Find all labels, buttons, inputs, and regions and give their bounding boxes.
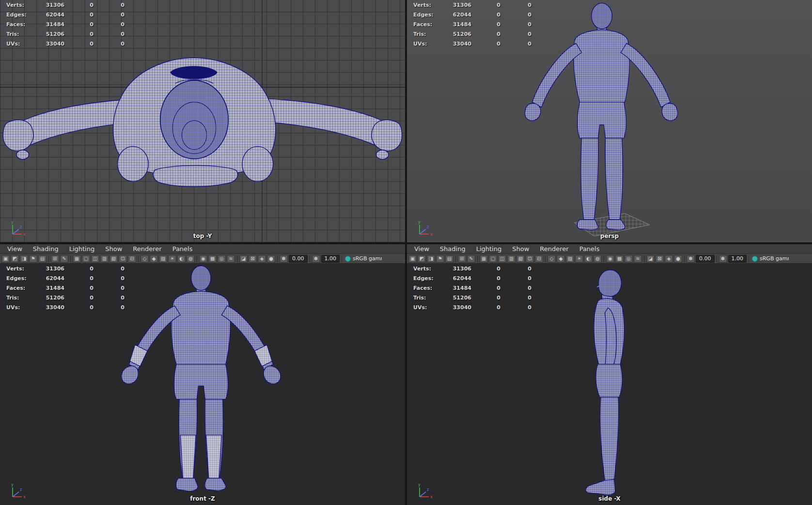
axis-z-label: z [427, 225, 429, 229]
axis-y-label: y [418, 483, 421, 487]
resolution-gate-icon[interactable]: ◫ [91, 255, 99, 263]
stat-value: 62044 [41, 275, 64, 282]
lock-camera-icon[interactable]: ◩ [418, 255, 426, 263]
menu-show[interactable]: Show [507, 244, 534, 253]
safe-action-icon[interactable]: ⊡ [119, 255, 127, 263]
motion-blur-icon[interactable]: ◉ [606, 255, 614, 263]
grid-icon[interactable]: ▦ [480, 255, 488, 263]
stat-col2: 0 [471, 285, 500, 291]
menu-renderer[interactable]: Renderer [534, 244, 574, 253]
menu-lighting[interactable]: Lighting [471, 244, 507, 253]
menu-panels[interactable]: Panels [167, 244, 198, 253]
xray-icon[interactable]: ⊠ [249, 255, 257, 263]
wireframe-icon[interactable]: ◇ [547, 255, 556, 263]
toolbar-separator [749, 255, 749, 262]
stat-value: 51206 [41, 31, 64, 37]
stat-col2: 0 [471, 31, 500, 37]
film-gate-icon[interactable]: ▢ [489, 255, 497, 263]
hardware-fog-icon[interactable]: ≋ [634, 255, 642, 263]
stat-col3: 0 [94, 31, 125, 37]
shadows-icon[interactable]: ◐ [584, 255, 593, 263]
stat-value: 62044 [448, 275, 471, 282]
use-all-lights-icon[interactable]: ☀ [575, 255, 583, 263]
stat-col2: 0 [64, 266, 94, 272]
gate-mask-icon[interactable]: ▥ [100, 255, 109, 263]
textured-icon[interactable]: ▨ [566, 255, 574, 263]
gamma-icon[interactable]: ✽ [312, 255, 320, 263]
select-camera-icon[interactable]: ▣ [1, 255, 10, 263]
stat-col3: 0 [94, 285, 125, 291]
bookmark-icon[interactable]: ⚑ [436, 255, 444, 263]
grease-pencil-icon[interactable]: ✎ [60, 255, 68, 263]
exposure-field[interactable]: 0.00 [289, 255, 308, 263]
wireframe-icon[interactable]: ◇ [141, 255, 149, 263]
shadows-icon[interactable]: ◐ [177, 255, 186, 263]
view-transform-select[interactable]: sRGB gamm [751, 255, 789, 263]
gamma-icon[interactable]: ✽ [719, 255, 727, 263]
shaded-icon[interactable]: ◆ [150, 255, 158, 263]
wireframe-on-shaded-icon[interactable]: ◈ [258, 255, 266, 263]
safe-title-icon[interactable]: ⊟ [128, 255, 136, 263]
screen-space-ao-icon[interactable]: ◍ [593, 255, 602, 263]
textured-icon[interactable]: ▨ [159, 255, 167, 263]
motion-blur-icon[interactable]: ◉ [199, 255, 207, 263]
menu-shading[interactable]: Shading [28, 244, 64, 253]
menu-lighting[interactable]: Lighting [64, 244, 100, 253]
screen-space-ao-icon[interactable]: ◍ [187, 255, 195, 263]
wireframe-on-shaded-icon[interactable]: ◈ [665, 255, 673, 263]
menu-view[interactable]: View [2, 244, 28, 253]
toolbar-separator [138, 255, 139, 262]
image-plane-icon[interactable]: ▤ [38, 255, 47, 263]
default-material-icon[interactable]: ● [267, 255, 275, 263]
menu-shading[interactable]: Shading [435, 244, 471, 253]
gamma-field[interactable]: 1.00 [321, 255, 340, 263]
gamma-field[interactable]: 1.00 [728, 255, 747, 263]
menu-show[interactable]: Show [100, 244, 127, 253]
xray-icon[interactable]: ⊠ [656, 255, 664, 263]
toolbar-separator [455, 255, 456, 262]
shaded-icon[interactable]: ◆ [557, 255, 565, 263]
two-d-pan-zoom-icon[interactable]: ⊞ [51, 255, 59, 263]
depth-of-field-icon[interactable]: ◎ [218, 255, 226, 263]
isolate-select-icon[interactable]: ◪ [239, 255, 248, 263]
anti-aliasing-icon[interactable]: ▩ [615, 255, 624, 263]
hardware-fog-icon[interactable]: ≋ [227, 255, 235, 263]
grease-pencil-icon[interactable]: ✎ [467, 255, 475, 263]
exposure-icon[interactable]: ✽ [687, 255, 695, 263]
menu-view[interactable]: View [409, 244, 435, 253]
field-chart-icon[interactable]: ▧ [109, 255, 118, 263]
camera-attributes-icon[interactable]: ◨ [427, 255, 435, 263]
select-camera-icon[interactable]: ▣ [408, 255, 417, 263]
stat-col3: 0 [94, 12, 125, 18]
view-transform-select[interactable]: sRGB gamm [344, 255, 382, 263]
image-plane-icon[interactable]: ▤ [445, 255, 453, 263]
stat-col2: 0 [64, 21, 94, 28]
menu-renderer[interactable]: Renderer [127, 244, 167, 253]
bookmark-icon[interactable]: ⚑ [29, 255, 37, 263]
film-gate-icon[interactable]: ▢ [82, 255, 90, 263]
menu-panels[interactable]: Panels [574, 244, 605, 253]
viewport-persp[interactable]: Verts: 31306 0 0 Edges: 62044 0 0 Faces:… [407, 0, 812, 242]
anti-aliasing-icon[interactable]: ▩ [208, 255, 217, 263]
safe-title-icon[interactable]: ⊟ [535, 255, 543, 263]
stat-col2: 0 [64, 41, 94, 47]
exposure-field[interactable]: 0.00 [696, 255, 715, 263]
exposure-icon[interactable]: ✽ [280, 255, 288, 263]
camera-attributes-icon[interactable]: ◨ [20, 255, 28, 263]
depth-of-field-icon[interactable]: ◎ [625, 255, 633, 263]
viewport-top[interactable]: Verts: 31306 0 0 Edges: 62044 0 0 Faces:… [0, 0, 405, 242]
viewport-side[interactable]: Verts: 31306 0 0 Edges: 62044 0 0 Faces:… [407, 264, 812, 505]
resolution-gate-icon[interactable]: ◫ [498, 255, 506, 263]
use-all-lights-icon[interactable]: ☀ [168, 255, 176, 263]
isolate-select-icon[interactable]: ◪ [646, 255, 655, 263]
two-d-pan-zoom-icon[interactable]: ⊞ [458, 255, 466, 263]
safe-action-icon[interactable]: ⊡ [526, 255, 534, 263]
grid-icon[interactable]: ▦ [73, 255, 81, 263]
viewport-front[interactable]: Verts: 31306 0 0 Edges: 62044 0 0 Faces:… [0, 264, 405, 505]
lock-camera-icon[interactable]: ◩ [11, 255, 19, 263]
default-material-icon[interactable]: ● [674, 255, 682, 263]
field-chart-icon[interactable]: ▧ [516, 255, 525, 263]
stat-label: Tris: [413, 31, 448, 37]
gate-mask-icon[interactable]: ▥ [507, 255, 515, 263]
stat-value: 51206 [448, 31, 471, 37]
